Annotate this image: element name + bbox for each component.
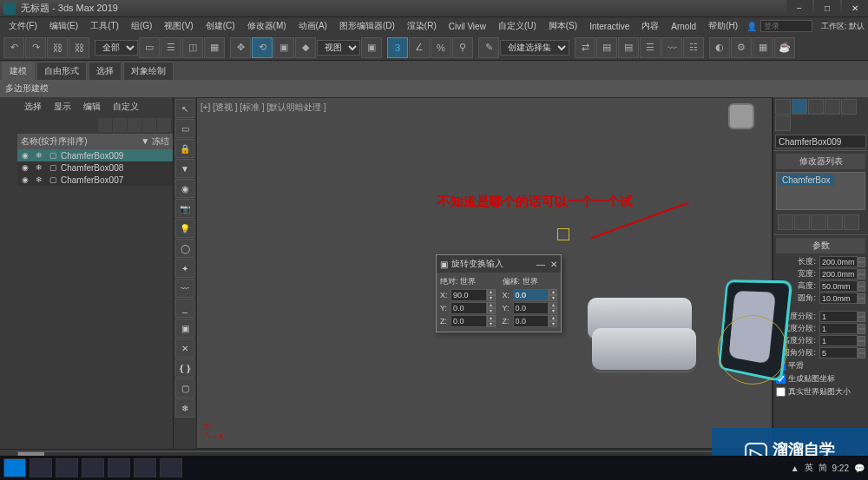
task-icon[interactable]: [56, 458, 78, 477]
vt-light-icon[interactable]: 💡: [175, 219, 194, 238]
scene-header-frozen[interactable]: ▼ 冻结: [141, 135, 169, 148]
parameters-header[interactable]: 参数: [776, 238, 865, 253]
pin-icon[interactable]: [778, 214, 793, 230]
undo-button[interactable]: ↶: [3, 37, 24, 58]
ribbon-tab-modeling[interactable]: 建模: [2, 62, 35, 80]
modifier-list-header[interactable]: 修改器列表: [776, 154, 865, 169]
spinner-snap-button[interactable]: ⚲: [452, 37, 473, 58]
vt-xref-icon[interactable]: ✕: [175, 339, 194, 358]
window-crossing-button[interactable]: ▦: [204, 37, 225, 58]
menu-help[interactable]: 帮助(H): [703, 18, 743, 34]
modifier-stack-item[interactable]: ChamferBox: [779, 174, 834, 186]
menu-tools[interactable]: 工具(T): [85, 18, 124, 34]
scene-item[interactable]: ◉ ❄ ▢ ChamferBox009: [17, 149, 173, 161]
scene-header-name[interactable]: 名称(按升序排序): [21, 135, 88, 148]
abs-x-input[interactable]: [450, 289, 487, 301]
spinner-icon[interactable]: ▴▾: [487, 302, 496, 314]
menu-civilview[interactable]: Civil View: [444, 20, 491, 33]
freeze-icon[interactable]: ❄: [33, 174, 45, 185]
spinner-icon[interactable]: ▴▾: [549, 302, 557, 314]
menu-edit[interactable]: 编辑(E): [44, 18, 83, 34]
menu-content[interactable]: 内容: [636, 18, 664, 34]
menu-interactive[interactable]: Interactive: [584, 20, 635, 33]
vt-group-icon[interactable]: ▣: [175, 319, 194, 338]
spinner-icon[interactable]: [858, 269, 865, 279]
chamferbox-2[interactable]: [592, 328, 696, 370]
realscale-checkbox[interactable]: [776, 387, 786, 397]
off-x-input[interactable]: [513, 289, 549, 301]
mirror-button[interactable]: ⇄: [575, 37, 595, 58]
refcoord-select[interactable]: 视图: [317, 40, 360, 56]
fillet-input[interactable]: [819, 293, 858, 304]
placement-button[interactable]: ◆: [295, 37, 316, 58]
visibility-icon[interactable]: ◉: [19, 150, 31, 161]
named-selection-select[interactable]: 创建选择集: [500, 40, 569, 56]
motion-tab-icon[interactable]: [825, 99, 840, 115]
dialog-titlebar[interactable]: ▣ 旋转变换输入 — ✕: [437, 255, 561, 273]
schematic-button[interactable]: ☷: [683, 37, 704, 58]
menu-group[interactable]: 组(G): [126, 18, 157, 34]
login-input[interactable]: [760, 20, 812, 32]
select-button[interactable]: ▭: [139, 37, 160, 58]
render-button[interactable]: ☕: [774, 37, 795, 58]
scene-tab-display[interactable]: 显示: [49, 99, 76, 115]
object-name-input[interactable]: [775, 135, 866, 148]
hseg-input[interactable]: [819, 335, 858, 346]
pivot-button[interactable]: ▣: [361, 37, 382, 58]
layer-button[interactable]: ▤: [618, 37, 639, 58]
menu-create[interactable]: 创建(C): [201, 18, 240, 34]
wseg-input[interactable]: [819, 323, 858, 334]
scene-tab-edit[interactable]: 编辑: [78, 99, 106, 115]
create-tab-icon[interactable]: [775, 99, 791, 115]
clock[interactable]: 9:22: [832, 464, 849, 473]
spinner-icon[interactable]: ▴▾: [487, 289, 496, 301]
scene-tab-select[interactable]: 选择: [19, 99, 47, 115]
length-input[interactable]: [819, 256, 858, 267]
vt-space-icon[interactable]: 〰: [175, 279, 194, 298]
tray-icon[interactable]: ▲: [791, 464, 799, 473]
display-tab-icon[interactable]: [841, 99, 857, 115]
spinner-icon[interactable]: [858, 312, 865, 322]
spinner-icon[interactable]: [858, 257, 865, 267]
width-input[interactable]: [819, 268, 858, 279]
ime-icon[interactable]: 简: [819, 462, 827, 474]
unlink-button[interactable]: ⛓: [69, 37, 89, 58]
vt-shape-icon[interactable]: ◯: [175, 239, 194, 258]
scene-tab-custom[interactable]: 自定义: [108, 99, 144, 115]
task-icon[interactable]: [30, 458, 52, 477]
abs-z-input[interactable]: [450, 315, 487, 327]
vt-bracket-icon[interactable]: ❴❵: [175, 358, 194, 378]
hierarchy-tab-icon[interactable]: [808, 99, 824, 115]
vt-object-icon[interactable]: ◉: [175, 179, 194, 198]
fseg-input[interactable]: [819, 347, 858, 358]
percent-snap-button[interactable]: %: [431, 37, 451, 58]
viewcube[interactable]: [728, 103, 766, 141]
scene-tool-4[interactable]: [142, 118, 156, 132]
curve-editor-button[interactable]: 〰: [661, 37, 682, 58]
vt-freeze-icon[interactable]: ❄: [175, 398, 194, 418]
task-icon[interactable]: [82, 458, 104, 477]
menu-customize[interactable]: 自定义(U): [493, 18, 542, 34]
spinner-icon[interactable]: ▴▾: [487, 315, 496, 327]
utilities-tab-icon[interactable]: [775, 115, 791, 131]
unique-icon[interactable]: [811, 214, 826, 230]
vt-helper-icon[interactable]: ✦: [175, 259, 194, 278]
scene-item[interactable]: ◉ ❄ ▢ ChamferBox007: [17, 174, 173, 186]
redo-button[interactable]: ↷: [25, 37, 46, 58]
render-setup-button[interactable]: ⚙: [731, 37, 752, 58]
select-name-button[interactable]: ☰: [161, 37, 181, 58]
spinner-icon[interactable]: [858, 348, 865, 358]
menu-arnold[interactable]: Arnold: [666, 20, 701, 33]
spinner-icon[interactable]: [858, 281, 865, 292]
remove-mod-icon[interactable]: [827, 214, 843, 230]
minimize-button[interactable]: −: [786, 0, 812, 16]
rotate-button[interactable]: ⟲: [252, 37, 273, 58]
freeze-icon[interactable]: ❄: [33, 150, 45, 161]
notification-icon[interactable]: 💬: [854, 464, 865, 473]
scene-item[interactable]: ◉ ❄ ▢ ChamferBox008: [17, 161, 173, 174]
visibility-icon[interactable]: ◉: [19, 162, 31, 173]
scene-tool-2[interactable]: [113, 118, 127, 132]
task-icon[interactable]: [108, 458, 130, 477]
task-icon[interactable]: [134, 458, 156, 477]
spinner-icon[interactable]: ▴▾: [549, 289, 557, 301]
